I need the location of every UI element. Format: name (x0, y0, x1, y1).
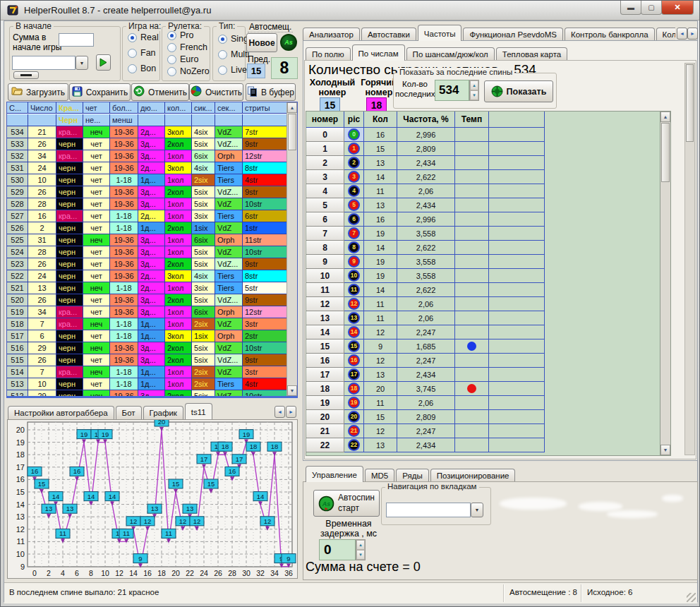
count-spinner[interactable]: ▲▼ (469, 80, 479, 101)
freq-row-number[interactable]: 8 (306, 241, 344, 255)
radio-option-real[interactable]: Real (128, 32, 159, 42)
tab-ряды[interactable]: Ряды (396, 469, 429, 482)
main-tabs-scroll-right-icon[interactable]: ► (687, 28, 698, 40)
freq-row-number[interactable]: 0 (306, 128, 344, 142)
tab-автоставки[interactable]: Автоставки (361, 28, 416, 41)
radio-option-pro[interactable]: Pro (167, 30, 193, 40)
spin-cell[interactable]: 517 (7, 330, 28, 342)
freq-row-number[interactable]: 21 (306, 424, 344, 438)
spin-cell[interactable]: 533 (7, 138, 28, 150)
radio-option-live[interactable]: Live (218, 65, 247, 75)
spin-cell[interactable]: 522 (7, 270, 28, 282)
spin-cell[interactable]: 518 (7, 318, 28, 330)
to-clipboard-button[interactable]: В буфер (246, 83, 296, 101)
freq-row-number[interactable]: 10 (306, 269, 344, 283)
resize-grip[interactable] (687, 593, 696, 602)
tab-график[interactable]: График (143, 406, 183, 419)
spin-cell[interactable]: 529 (7, 186, 28, 198)
spin-cell[interactable]: 532 (7, 150, 28, 162)
tab-md5[interactable]: MD5 (365, 469, 394, 482)
radio-option-fan[interactable]: Fan (128, 48, 156, 58)
spin-cell[interactable]: 528 (7, 198, 28, 210)
spin-cell[interactable]: 524 (7, 246, 28, 258)
spin-cell[interactable]: 525 (7, 234, 28, 246)
freq-scroll-up-icon[interactable]: ▲ (660, 112, 670, 122)
freq-row-number[interactable]: 20 (306, 410, 344, 424)
freq-row-number[interactable]: 22 (306, 438, 344, 452)
tab-анализатор[interactable]: Анализатор (303, 28, 360, 41)
freq-row-number[interactable]: 7 (306, 227, 344, 241)
spin-cell[interactable]: 516 (7, 342, 28, 354)
tab-управление[interactable]: Управление (306, 466, 363, 482)
freq-row-number[interactable]: 6 (306, 212, 344, 227)
new-button[interactable]: Новое (246, 33, 277, 52)
spin-cell[interactable]: 521 (7, 282, 28, 294)
spins-vertical-scrollbar[interactable]: ▲ ▼ (286, 102, 297, 396)
spinner-up-icon[interactable]: ▲ (470, 80, 478, 90)
clear-button[interactable]: Очистить (189, 83, 243, 101)
freq-row-number[interactable]: 12 (306, 297, 344, 311)
play-button[interactable] (96, 54, 111, 71)
radio-option-singl[interactable]: Singl (218, 34, 251, 44)
spin-cell[interactable]: 530 (7, 174, 28, 186)
scroll-thumb[interactable] (288, 114, 296, 150)
spinner-down-icon[interactable]: ▼ (470, 90, 478, 100)
delay-spinner[interactable]: ▲▼ (356, 539, 366, 560)
freq-row-number[interactable]: 11 (306, 283, 344, 297)
spin-cell[interactable]: 513 (7, 378, 28, 390)
tab-настройки-автограббера[interactable]: Настройки автограббера (8, 406, 114, 419)
subtab-по-числам[interactable]: По числам (352, 44, 405, 61)
tab-частоты[interactable]: Частоты (418, 25, 462, 41)
nav-combo-dropdown-icon[interactable]: ▼ (471, 503, 483, 517)
spin-cell[interactable]: 531 (7, 162, 28, 174)
start-sum-input[interactable] (59, 33, 94, 47)
tab-контроль-банкролла[interactable]: Контроль банкролла (565, 28, 655, 41)
load-button[interactable]: Загрузить (8, 83, 68, 101)
tabs-scroll-right-icon[interactable]: ► (286, 406, 296, 418)
last-spins-count-input[interactable]: 534 (435, 80, 469, 101)
page-scroll-thumb[interactable] (686, 64, 694, 142)
close-button[interactable]: ✕ (661, 1, 694, 15)
spin-cell[interactable]: 512 (7, 390, 28, 396)
tab-колесо-рулет[interactable]: Колесо рулет (656, 28, 675, 41)
freq-row-number[interactable]: 17 (306, 368, 344, 382)
tab-позиционирование[interactable]: Позиционирование (430, 469, 516, 482)
freq-row-number[interactable]: 13 (306, 311, 344, 325)
minimize-button[interactable]: ▬ (620, 1, 641, 15)
subtab-по-шансам-дюж-кол[interactable]: По шансам/дюж/кол (406, 47, 495, 61)
freq-row-number[interactable]: 5 (306, 198, 344, 212)
spin-cell[interactable]: 520 (7, 294, 28, 306)
tab-бот[interactable]: Бот (116, 406, 142, 419)
delay-input[interactable]: 0 (319, 539, 356, 560)
undo-button[interactable]: Отменить (131, 83, 189, 101)
subtab-тепловая-карта[interactable]: Тепловая карта (496, 47, 567, 61)
freq-row-number[interactable]: 18 (306, 382, 344, 396)
freq-scroll-thumb[interactable] (661, 123, 670, 182)
scroll-down-icon[interactable]: ▼ (287, 385, 297, 396)
freq-row-number[interactable]: 2 (306, 156, 344, 170)
freq-row-number[interactable]: 14 (306, 325, 344, 339)
combo-dropdown-icon[interactable]: ▼ (76, 56, 88, 70)
tab-ts11[interactable]: ts11 (185, 403, 212, 419)
radio-option-euro[interactable]: Euro (167, 54, 198, 64)
subtab-по-полю[interactable]: По полю (306, 47, 351, 61)
show-button[interactable]: Показать (484, 80, 553, 102)
spin-cell[interactable]: 519 (7, 306, 28, 318)
maximize-button[interactable]: ▢ (641, 1, 662, 15)
tab-navigation-combobox[interactable]: ▼ (386, 503, 483, 517)
spin-cell[interactable]: 526 (7, 222, 28, 234)
radio-option-french[interactable]: French (167, 42, 207, 52)
main-tabs-scroll-left-icon[interactable]: ◄ (677, 28, 687, 40)
radio-option-nozero[interactable]: NoZero (167, 66, 210, 76)
autoshift-as-icon[interactable]: As (280, 34, 297, 51)
freq-row-number[interactable]: 9 (306, 255, 344, 269)
page-scrollbar[interactable] (684, 63, 695, 455)
slider-thumb-button[interactable] (13, 71, 39, 79)
frequency-scrollbar[interactable]: ▲ ▼ (660, 112, 670, 455)
autospin-start-button[interactable]: As Автоспин старт (313, 490, 380, 517)
freq-row-number[interactable]: 4 (306, 184, 344, 198)
spin-cell[interactable]: 534 (7, 126, 28, 138)
spin-cell[interactable]: 523 (7, 258, 28, 270)
spin-cell[interactable]: 514 (7, 366, 28, 378)
freq-row-number[interactable]: 3 (306, 170, 344, 184)
